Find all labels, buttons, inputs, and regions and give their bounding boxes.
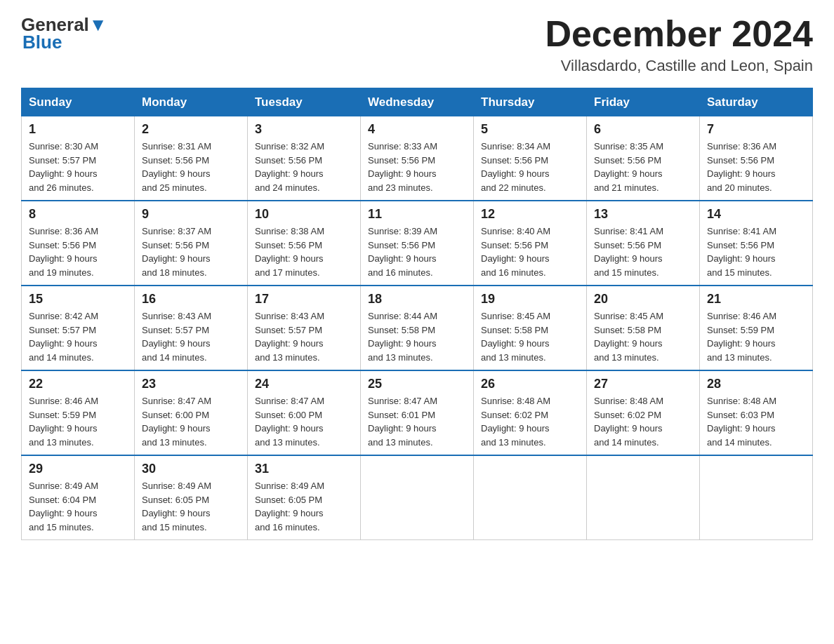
- day-number: 28: [707, 377, 805, 391]
- table-row: [587, 455, 700, 540]
- col-tuesday: Tuesday: [248, 88, 361, 116]
- col-saturday: Saturday: [700, 88, 813, 116]
- day-info: Sunrise: 8:32 AM Sunset: 5:56 PM Dayligh…: [255, 140, 353, 194]
- day-info: Sunrise: 8:46 AM Sunset: 5:59 PM Dayligh…: [707, 309, 805, 364]
- day-info: Sunrise: 8:44 AM Sunset: 5:58 PM Dayligh…: [368, 309, 466, 364]
- day-number: 22: [29, 377, 127, 391]
- day-info: Sunrise: 8:45 AM Sunset: 5:58 PM Dayligh…: [481, 309, 579, 364]
- day-info: Sunrise: 8:37 AM Sunset: 5:56 PM Dayligh…: [142, 224, 240, 279]
- day-number: 5: [481, 122, 579, 137]
- table-row: [474, 455, 587, 540]
- day-info: Sunrise: 8:42 AM Sunset: 5:57 PM Dayligh…: [29, 309, 127, 364]
- table-row: 3 Sunrise: 8:32 AM Sunset: 5:56 PM Dayli…: [248, 116, 361, 201]
- day-number: 31: [255, 462, 353, 476]
- day-info: Sunrise: 8:47 AM Sunset: 6:00 PM Dayligh…: [142, 394, 240, 449]
- day-number: 16: [142, 292, 240, 307]
- table-row: 29 Sunrise: 8:49 AM Sunset: 6:04 PM Dayl…: [22, 455, 135, 540]
- table-row: 23 Sunrise: 8:47 AM Sunset: 6:00 PM Dayl…: [135, 370, 248, 455]
- col-monday: Monday: [135, 88, 248, 116]
- day-info: Sunrise: 8:47 AM Sunset: 6:00 PM Dayligh…: [255, 394, 353, 449]
- table-row: 15 Sunrise: 8:42 AM Sunset: 5:57 PM Dayl…: [22, 286, 135, 370]
- table-row: 5 Sunrise: 8:34 AM Sunset: 5:56 PM Dayli…: [474, 116, 587, 201]
- day-number: 15: [29, 292, 127, 307]
- table-row: 11 Sunrise: 8:39 AM Sunset: 5:56 PM Dayl…: [361, 201, 474, 286]
- day-info: Sunrise: 8:35 AM Sunset: 5:56 PM Dayligh…: [594, 140, 692, 194]
- calendar-week-row: 8 Sunrise: 8:36 AM Sunset: 5:56 PM Dayli…: [22, 201, 813, 286]
- title-block: December 2024 Villasdardo, Castille and …: [545, 14, 813, 75]
- table-row: 9 Sunrise: 8:37 AM Sunset: 5:56 PM Dayli…: [135, 201, 248, 286]
- day-number: 10: [255, 207, 353, 222]
- logo: General▼ Blue: [21, 14, 107, 53]
- day-info: Sunrise: 8:31 AM Sunset: 5:56 PM Dayligh…: [142, 140, 240, 194]
- month-title: December 2024: [545, 14, 813, 54]
- table-row: 6 Sunrise: 8:35 AM Sunset: 5:56 PM Dayli…: [587, 116, 700, 201]
- day-number: 13: [594, 207, 692, 222]
- logo-triangle-icon: ▼: [89, 14, 107, 35]
- day-info: Sunrise: 8:33 AM Sunset: 5:56 PM Dayligh…: [368, 140, 466, 194]
- day-number: 9: [142, 207, 240, 222]
- logo-bottom: Blue: [21, 32, 62, 53]
- day-number: 6: [594, 122, 692, 137]
- table-row: 26 Sunrise: 8:48 AM Sunset: 6:02 PM Dayl…: [474, 370, 587, 455]
- calendar-week-row: 22 Sunrise: 8:46 AM Sunset: 5:59 PM Dayl…: [22, 370, 813, 455]
- table-row: 16 Sunrise: 8:43 AM Sunset: 5:57 PM Dayl…: [135, 286, 248, 370]
- calendar-week-row: 1 Sunrise: 8:30 AM Sunset: 5:57 PM Dayli…: [22, 116, 813, 201]
- day-info: Sunrise: 8:30 AM Sunset: 5:57 PM Dayligh…: [29, 140, 127, 194]
- day-info: Sunrise: 8:45 AM Sunset: 5:58 PM Dayligh…: [594, 309, 692, 364]
- table-row: 13 Sunrise: 8:41 AM Sunset: 5:56 PM Dayl…: [587, 201, 700, 286]
- day-number: 20: [594, 292, 692, 307]
- col-wednesday: Wednesday: [361, 88, 474, 116]
- day-info: Sunrise: 8:39 AM Sunset: 5:56 PM Dayligh…: [368, 224, 466, 279]
- page-header: General▼ Blue December 2024 Villasdardo,…: [21, 14, 813, 75]
- location-title: Villasdardo, Castille and Leon, Spain: [545, 57, 813, 75]
- table-row: 19 Sunrise: 8:45 AM Sunset: 5:58 PM Dayl…: [474, 286, 587, 370]
- day-number: 30: [142, 462, 240, 476]
- table-row: 14 Sunrise: 8:41 AM Sunset: 5:56 PM Dayl…: [700, 201, 813, 286]
- day-number: 4: [368, 122, 466, 137]
- day-number: 8: [29, 207, 127, 222]
- calendar-week-row: 15 Sunrise: 8:42 AM Sunset: 5:57 PM Dayl…: [22, 286, 813, 370]
- day-info: Sunrise: 8:38 AM Sunset: 5:56 PM Dayligh…: [255, 224, 353, 279]
- day-number: 11: [368, 207, 466, 222]
- day-number: 1: [29, 122, 127, 137]
- day-number: 23: [142, 377, 240, 391]
- day-info: Sunrise: 8:40 AM Sunset: 5:56 PM Dayligh…: [481, 224, 579, 279]
- day-number: 25: [368, 377, 466, 391]
- table-row: 24 Sunrise: 8:47 AM Sunset: 6:00 PM Dayl…: [248, 370, 361, 455]
- day-info: Sunrise: 8:49 AM Sunset: 6:04 PM Dayligh…: [29, 479, 127, 534]
- table-row: 28 Sunrise: 8:48 AM Sunset: 6:03 PM Dayl…: [700, 370, 813, 455]
- day-info: Sunrise: 8:41 AM Sunset: 5:56 PM Dayligh…: [707, 224, 805, 279]
- table-row: 22 Sunrise: 8:46 AM Sunset: 5:59 PM Dayl…: [22, 370, 135, 455]
- day-info: Sunrise: 8:46 AM Sunset: 5:59 PM Dayligh…: [29, 394, 127, 449]
- table-row: 12 Sunrise: 8:40 AM Sunset: 5:56 PM Dayl…: [474, 201, 587, 286]
- day-number: 24: [255, 377, 353, 391]
- day-number: 7: [707, 122, 805, 137]
- table-row: 20 Sunrise: 8:45 AM Sunset: 5:58 PM Dayl…: [587, 286, 700, 370]
- table-row: [361, 455, 474, 540]
- day-number: 29: [29, 462, 127, 476]
- day-number: 2: [142, 122, 240, 137]
- table-row: 17 Sunrise: 8:43 AM Sunset: 5:57 PM Dayl…: [248, 286, 361, 370]
- table-row: [700, 455, 813, 540]
- calendar-header-row: Sunday Monday Tuesday Wednesday Thursday…: [22, 88, 813, 116]
- table-row: 10 Sunrise: 8:38 AM Sunset: 5:56 PM Dayl…: [248, 201, 361, 286]
- calendar-table: Sunday Monday Tuesday Wednesday Thursday…: [21, 88, 813, 540]
- table-row: 18 Sunrise: 8:44 AM Sunset: 5:58 PM Dayl…: [361, 286, 474, 370]
- day-info: Sunrise: 8:34 AM Sunset: 5:56 PM Dayligh…: [481, 140, 579, 194]
- day-info: Sunrise: 8:43 AM Sunset: 5:57 PM Dayligh…: [142, 309, 240, 364]
- day-number: 21: [707, 292, 805, 307]
- table-row: 30 Sunrise: 8:49 AM Sunset: 6:05 PM Dayl…: [135, 455, 248, 540]
- day-info: Sunrise: 8:49 AM Sunset: 6:05 PM Dayligh…: [255, 479, 353, 534]
- day-number: 18: [368, 292, 466, 307]
- day-info: Sunrise: 8:41 AM Sunset: 5:56 PM Dayligh…: [594, 224, 692, 279]
- day-number: 27: [594, 377, 692, 391]
- day-info: Sunrise: 8:47 AM Sunset: 6:01 PM Dayligh…: [368, 394, 466, 449]
- table-row: 8 Sunrise: 8:36 AM Sunset: 5:56 PM Dayli…: [22, 201, 135, 286]
- table-row: 1 Sunrise: 8:30 AM Sunset: 5:57 PM Dayli…: [22, 116, 135, 201]
- day-info: Sunrise: 8:48 AM Sunset: 6:02 PM Dayligh…: [481, 394, 579, 449]
- col-friday: Friday: [587, 88, 700, 116]
- day-number: 17: [255, 292, 353, 307]
- day-number: 19: [481, 292, 579, 307]
- day-info: Sunrise: 8:48 AM Sunset: 6:02 PM Dayligh…: [594, 394, 692, 449]
- table-row: 7 Sunrise: 8:36 AM Sunset: 5:56 PM Dayli…: [700, 116, 813, 201]
